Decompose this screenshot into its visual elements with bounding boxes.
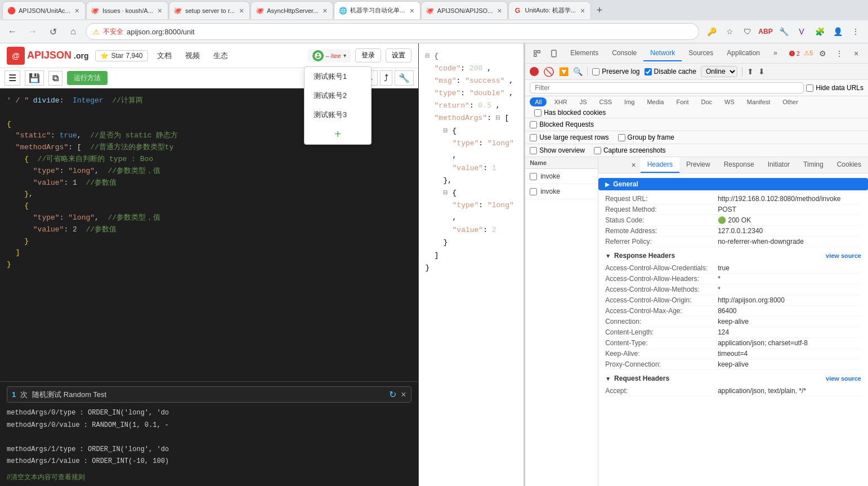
key-icon[interactable]: 🔑 (704, 24, 719, 39)
filter-css[interactable]: CSS (594, 97, 617, 106)
refresh-test-icon[interactable]: ↻ (389, 389, 396, 400)
tab-apijson2[interactable]: 🐙 APIJSON/APIJSO... × (421, 1, 508, 19)
detail-tab-initiator[interactable]: Initiator (761, 157, 797, 173)
export-icon[interactable]: ⬇ (758, 67, 765, 76)
show-overview-label[interactable]: Show overview (530, 146, 585, 154)
more-btn[interactable]: 🔧 (395, 70, 414, 86)
reload-button[interactable]: ↺ (45, 24, 61, 39)
extension1-icon[interactable]: 🔧 (776, 24, 791, 39)
layers-btn[interactable]: ⧉ (48, 71, 62, 86)
group-by-frame-label[interactable]: Group by frame (618, 133, 674, 141)
request-checkbox-2[interactable] (530, 188, 537, 195)
capture-screenshots-label[interactable]: Capture screenshots (594, 146, 666, 154)
close-test-icon[interactable]: × (401, 390, 406, 400)
nav-ecosystem[interactable]: 生态 (211, 48, 230, 63)
settings-button[interactable]: 设置 (386, 48, 411, 63)
devtools-settings-icon[interactable]: ⚙ (815, 46, 830, 61)
back-button[interactable]: ← (5, 24, 20, 39)
tab-issues[interactable]: 🐙 Issues · koush/A... × (86, 1, 168, 19)
menu-icon[interactable]: ⋮ (848, 24, 863, 39)
filter-doc[interactable]: Doc (696, 97, 717, 106)
close-details-button[interactable]: × (627, 157, 640, 173)
adblock-icon[interactable]: ABP (758, 24, 773, 39)
detail-tab-response[interactable]: Response (717, 157, 761, 173)
filter-all[interactable]: All (530, 97, 547, 106)
filter-media[interactable]: Media (642, 97, 669, 106)
tab-close-2[interactable]: × (156, 6, 163, 16)
list-view-btn[interactable]: ☰ (5, 70, 20, 86)
tab-apijson-unit[interactable]: 🔴 APIJSON/UnitAc... × (2, 1, 86, 19)
device-mode-icon[interactable] (547, 46, 561, 61)
share-btn[interactable]: ⤴ (380, 70, 392, 86)
general-section-header[interactable]: ▶ General (598, 178, 868, 190)
preserve-log-label[interactable]: Preserve log (592, 68, 639, 75)
group-by-frame-checkbox[interactable] (618, 134, 625, 141)
tab-active[interactable]: 🌐 机器学习自动化单... × (334, 1, 420, 19)
tab-async[interactable]: 🐙 AsyncHttpServer... × (250, 1, 333, 19)
detail-tab-headers[interactable]: Headers (641, 157, 679, 173)
throttle-select[interactable]: Online (701, 66, 737, 77)
filter-img[interactable]: Img (619, 97, 639, 106)
add-account-icon[interactable]: + (334, 128, 341, 141)
detail-tab-preview[interactable]: Preview (679, 157, 717, 173)
detail-tab-timing[interactable]: Timing (797, 157, 830, 173)
account-item-1[interactable]: 测试账号1 (305, 67, 371, 86)
tab-more[interactable]: » (767, 46, 784, 61)
clear-button[interactable]: 🚫 (543, 66, 554, 77)
filter-js[interactable]: JS (575, 97, 592, 106)
request-row-2[interactable]: invoke (525, 184, 598, 199)
request-row-1[interactable]: invoke (525, 169, 598, 184)
inspect-element-icon[interactable] (530, 46, 544, 61)
request-checkbox-1[interactable] (530, 173, 537, 180)
hide-data-urls-label[interactable]: Hide data URLs (806, 84, 863, 92)
devtools-close-icon[interactable]: × (849, 46, 863, 61)
login-button[interactable]: 登录 (355, 48, 381, 63)
show-overview-checkbox[interactable] (530, 147, 537, 154)
tab-close-3[interactable]: × (238, 6, 245, 16)
filter-manifest[interactable]: Manifest (742, 97, 776, 106)
nav-docs[interactable]: 文档 (155, 48, 174, 63)
tab-console[interactable]: Console (605, 46, 643, 61)
capture-screenshots-checkbox[interactable] (594, 147, 601, 154)
vpn-icon[interactable]: V (794, 24, 809, 39)
has-blocked-cookies-checkbox[interactable] (534, 109, 542, 117)
response-headers-section-header[interactable]: ▼ Response Headers view source (605, 252, 861, 260)
save-btn[interactable]: 💾 (25, 70, 44, 86)
new-tab-button[interactable]: + (592, 2, 607, 18)
tab-elements[interactable]: Elements (563, 46, 605, 61)
devtools-more-icon[interactable]: ⋮ (832, 46, 847, 61)
hide-data-urls-checkbox[interactable] (806, 84, 813, 92)
account-item-3[interactable]: 测试账号3 (305, 105, 371, 124)
user-menu[interactable]: – itee ▾ (308, 49, 351, 63)
use-large-rows-checkbox[interactable] (530, 134, 537, 141)
bookmark-icon[interactable]: ☆ (722, 24, 737, 39)
detail-tab-cookies[interactable]: Cookies (830, 157, 868, 173)
disable-cache-checkbox[interactable] (645, 68, 652, 75)
view-source-link-response[interactable]: view source (826, 252, 861, 259)
shield-icon[interactable]: 🛡 (740, 24, 755, 39)
blocked-requests-checkbox[interactable] (530, 121, 537, 128)
view-source-link-request[interactable]: view source (826, 375, 861, 382)
has-blocked-cookies-label[interactable]: Has blocked cookies (534, 109, 606, 117)
filter-ws[interactable]: WS (719, 97, 740, 106)
disable-cache-label[interactable]: Disable cache (645, 68, 696, 75)
nav-video[interactable]: 视频 (183, 48, 202, 63)
filter-font[interactable]: Font (671, 97, 693, 106)
url-bar[interactable]: ⚠ 不安全 apijson.org:8000/unit (86, 23, 699, 40)
star-button[interactable]: ⭐ Star 7,940 (95, 50, 147, 61)
tab-close-4[interactable]: × (321, 6, 328, 16)
avatar-icon[interactable]: 👤 (830, 24, 845, 39)
tab-close-7[interactable]: × (579, 6, 586, 16)
tab-setup[interactable]: 🐙 setup server to r... × (169, 1, 250, 19)
record-button[interactable] (530, 67, 539, 76)
tab-close-6[interactable]: × (496, 6, 503, 16)
run-button[interactable]: 运行方法 (67, 71, 108, 85)
blocked-requests-label[interactable]: Blocked Requests (530, 121, 594, 128)
filter-other[interactable]: Other (777, 97, 803, 106)
tab-sources[interactable]: Sources (682, 46, 720, 61)
filter-icon[interactable]: 🔽 (559, 67, 569, 76)
use-large-rows-label[interactable]: Use large request rows (530, 133, 609, 141)
tab-application[interactable]: Application (720, 46, 767, 61)
tab-close-5[interactable]: × (409, 6, 415, 16)
tab-unitauto[interactable]: G UnitAuto: 机器学... × (508, 1, 591, 19)
